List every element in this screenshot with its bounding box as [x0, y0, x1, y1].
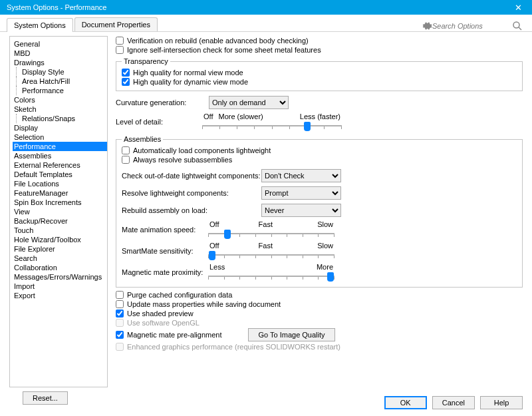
svg-line-1	[519, 27, 521, 30]
bottom-check-label: Enhanced graphics performance (requires …	[127, 343, 340, 351]
mag-prox-slider[interactable]	[208, 271, 334, 282]
tree-item[interactable]: Sketch	[13, 104, 107, 114]
transparency-legend: Transparency	[122, 57, 170, 65]
resolve-lw-select[interactable]: Prompt	[261, 186, 341, 200]
tree-item[interactable]: General	[13, 39, 107, 49]
tree-item[interactable]: Display Style	[13, 67, 107, 77]
rebuild-select[interactable]: Never	[261, 204, 341, 217]
category-tree[interactable]: GeneralMBDDrawingsDisplay StyleArea Hatc…	[9, 36, 108, 387]
top-check-row: Ignore self-intersection check for some …	[116, 45, 523, 55]
transparency-check-checkbox[interactable]	[122, 78, 130, 86]
tree-item[interactable]: Spin Box Increments	[13, 198, 107, 207]
top-check-label: Ignore self-intersection check for some …	[127, 46, 321, 54]
tree-item[interactable]: Collaboration	[13, 263, 107, 272]
bottom-check-row: Enhanced graphics performance (requires …	[116, 342, 523, 351]
tree-item[interactable]: External References	[13, 160, 107, 170]
transparency-check-row: High quality for normal view mode	[122, 68, 517, 77]
tree-item[interactable]: Area Hatch/Fill	[13, 77, 107, 86]
smartmate-slider[interactable]	[208, 250, 334, 260]
curvature-row: Curvature generation: Only on demand	[116, 94, 523, 111]
tab-bar: System Options Document Properties	[0, 15, 532, 32]
tree-item[interactable]: Display	[13, 123, 107, 132]
tree-item[interactable]: File Locations	[13, 179, 107, 188]
assembly-check-label: Always resolve subassemblies	[133, 156, 232, 164]
top-check-checkbox[interactable]	[116, 37, 124, 45]
reset-button[interactable]: Reset...	[23, 391, 68, 405]
tab-document-properties[interactable]: Document Properties	[74, 17, 158, 31]
assembly-check-label: Automatically load components lightweigh…	[133, 146, 271, 154]
tree-item[interactable]: Performance	[13, 142, 107, 151]
tab-system-options[interactable]: System Options	[7, 18, 73, 32]
tree-item[interactable]: Default Templates	[13, 170, 107, 179]
help-button[interactable]: Help	[480, 396, 523, 409]
gear-icon	[422, 21, 432, 31]
bottom-check-checkbox	[116, 343, 124, 351]
top-check-row: Verification on rebuild (enable advanced…	[116, 36, 523, 45]
lod-off-label: Off	[203, 112, 213, 120]
bottom-check-label: Use software OpenGL	[127, 319, 200, 327]
assemblies-group: Assemblies Automatically load components…	[116, 135, 523, 288]
tree-item[interactable]: Performance	[13, 86, 107, 95]
bottom-check-checkbox[interactable]	[116, 291, 124, 299]
bottom-check-checkbox[interactable]	[116, 331, 124, 339]
tree-item[interactable]: MBD	[13, 49, 107, 58]
tree-item[interactable]: Search	[13, 254, 107, 263]
level-of-detail-slider[interactable]	[202, 120, 342, 131]
image-quality-button[interactable]: Go To Image Quality	[248, 328, 334, 341]
bottom-check-checkbox[interactable]	[116, 310, 124, 317]
transparency-check-checkbox[interactable]	[122, 69, 130, 77]
bottom-check-row: Use software OpenGL	[116, 318, 523, 327]
bottom-check-checkbox[interactable]	[116, 300, 124, 308]
svg-point-0	[513, 22, 519, 28]
check-ood-select[interactable]: Don't Check	[261, 169, 341, 182]
transparency-check-label: High quality for dynamic view mode	[133, 78, 248, 86]
tree-item[interactable]: FeatureManager	[13, 188, 107, 198]
tree-item[interactable]: Messages/Errors/Warnings	[13, 272, 107, 282]
search-input[interactable]	[432, 22, 512, 30]
bottom-check-label: Use shaded preview	[127, 310, 194, 317]
curvature-select[interactable]: Only on demand	[209, 96, 289, 109]
bottom-check-row: Magnetic mate pre-alignmentGo To Image Q…	[116, 327, 523, 342]
transparency-check-row: High quality for dynamic view mode	[122, 77, 517, 87]
tree-item[interactable]: Export	[13, 291, 107, 300]
close-icon[interactable]: ✕	[508, 3, 528, 13]
assembly-check-checkbox[interactable]	[122, 146, 130, 154]
lod-less-label: Less (faster)	[300, 112, 340, 120]
mate-anim-label: Mate animation speed:	[122, 226, 208, 234]
tree-item[interactable]: Colors	[13, 95, 107, 104]
smartmate-label: SmartMate sensitivity:	[122, 247, 208, 255]
transparency-group: Transparency High quality for normal vie…	[116, 57, 523, 91]
assemblies-legend: Assemblies	[122, 135, 163, 143]
tree-item[interactable]: Hole Wizard/Toolbox	[13, 235, 107, 244]
bottom-check-row: Use shaded preview	[116, 309, 523, 318]
transparency-check-label: High quality for normal view mode	[133, 69, 243, 77]
top-check-label: Verification on rebuild (enable advanced…	[127, 37, 309, 45]
level-of-detail-label: Level of detail:	[116, 118, 202, 126]
tree-item[interactable]: Selection	[13, 132, 107, 142]
window-title: System Options - Performance	[4, 3, 508, 11]
tree-item[interactable]: File Explorer	[13, 244, 107, 254]
tree-item[interactable]: Import	[13, 282, 107, 291]
search-box[interactable]	[422, 21, 525, 31]
dialog-buttons: OK Cancel Help	[384, 396, 523, 409]
ok-button[interactable]: OK	[384, 396, 427, 409]
level-of-detail-row: Level of detail: Off More (slower) Less …	[116, 111, 523, 132]
bottom-check-checkbox	[116, 319, 124, 327]
top-check-checkbox[interactable]	[116, 46, 124, 54]
title-bar: System Options - Performance ✕	[0, 0, 532, 15]
tree-item[interactable]: View	[13, 207, 107, 216]
rebuild-label: Rebuild assembly on load:	[122, 206, 261, 214]
bottom-check-label: Magnetic mate pre-alignment	[127, 331, 221, 339]
tree-item[interactable]: Assemblies	[13, 151, 107, 160]
check-ood-label: Check out-of-date lightweight components…	[122, 172, 261, 180]
tree-item[interactable]: Drawings	[13, 58, 107, 67]
mate-anim-slider[interactable]	[208, 228, 334, 239]
bottom-check-label: Update mass properties while saving docu…	[127, 300, 281, 308]
assembly-check-checkbox[interactable]	[122, 156, 130, 164]
cancel-button[interactable]: Cancel	[432, 396, 475, 409]
tree-item[interactable]: Backup/Recover	[13, 216, 107, 226]
resolve-lw-label: Resolve lightweight components:	[122, 189, 261, 197]
bottom-check-label: Purge cached configuration data	[127, 291, 232, 299]
tree-item[interactable]: Relations/Snaps	[13, 114, 107, 123]
tree-item[interactable]: Touch	[13, 226, 107, 235]
